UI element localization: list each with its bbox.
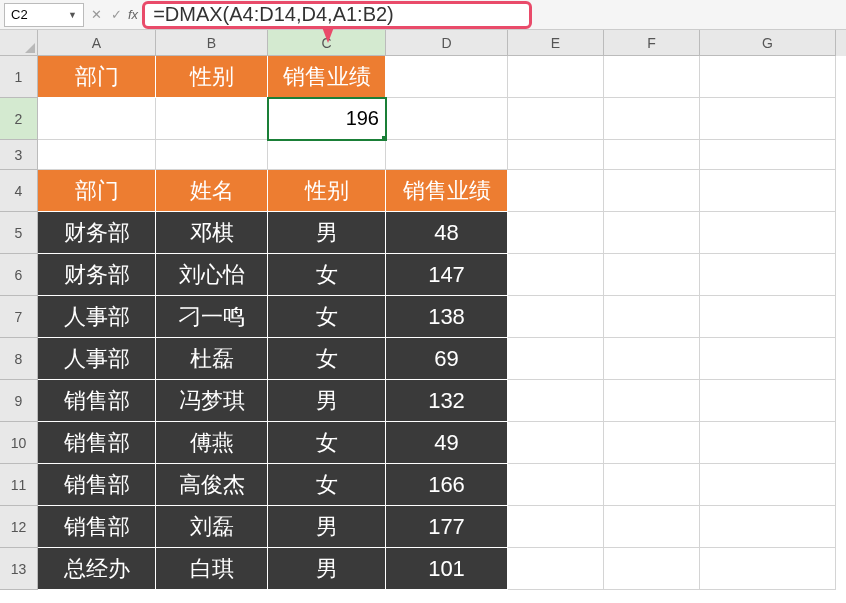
- cell-D2[interactable]: [386, 98, 508, 140]
- cell-A6[interactable]: 财务部: [38, 254, 156, 296]
- cell-D1[interactable]: [386, 56, 508, 98]
- accept-icon[interactable]: ✓: [108, 7, 124, 22]
- cell-F3[interactable]: [604, 140, 700, 170]
- cell-C9[interactable]: 男: [268, 380, 386, 422]
- cell-D6[interactable]: 147: [386, 254, 508, 296]
- row-header-1[interactable]: 1: [0, 56, 38, 98]
- cell-C8[interactable]: 女: [268, 338, 386, 380]
- cell-E1[interactable]: [508, 56, 604, 98]
- cell-C5[interactable]: 男: [268, 212, 386, 254]
- cell-B8[interactable]: 杜磊: [156, 338, 268, 380]
- cell-A9[interactable]: 销售部: [38, 380, 156, 422]
- cell-B6[interactable]: 刘心怡: [156, 254, 268, 296]
- cell-F2[interactable]: [604, 98, 700, 140]
- cell-F4[interactable]: [604, 170, 700, 212]
- cell-A12[interactable]: 销售部: [38, 506, 156, 548]
- cell-E5[interactable]: [508, 212, 604, 254]
- cell-B9[interactable]: 冯梦琪: [156, 380, 268, 422]
- cell-E11[interactable]: [508, 464, 604, 506]
- row-header-6[interactable]: 6: [0, 254, 38, 296]
- cell-C13[interactable]: 男: [268, 548, 386, 590]
- cell-G7[interactable]: [700, 296, 836, 338]
- cell-E8[interactable]: [508, 338, 604, 380]
- col-header-B[interactable]: B: [156, 30, 268, 56]
- row-header-12[interactable]: 12: [0, 506, 38, 548]
- cell-B11[interactable]: 高俊杰: [156, 464, 268, 506]
- cell-F1[interactable]: [604, 56, 700, 98]
- cell-A13[interactable]: 总经办: [38, 548, 156, 590]
- cell-B4[interactable]: 姓名: [156, 170, 268, 212]
- cell-E9[interactable]: [508, 380, 604, 422]
- cell-E4[interactable]: [508, 170, 604, 212]
- cell-D11[interactable]: 166: [386, 464, 508, 506]
- col-header-E[interactable]: E: [508, 30, 604, 56]
- cell-G11[interactable]: [700, 464, 836, 506]
- row-header-10[interactable]: 10: [0, 422, 38, 464]
- col-header-D[interactable]: D: [386, 30, 508, 56]
- row-header-8[interactable]: 8: [0, 338, 38, 380]
- cell-C6[interactable]: 女: [268, 254, 386, 296]
- cell-B1[interactable]: 性别: [156, 56, 268, 98]
- cell-E2[interactable]: [508, 98, 604, 140]
- name-box-dropdown-icon[interactable]: ▼: [68, 10, 77, 20]
- cell-G4[interactable]: [700, 170, 836, 212]
- cell-A10[interactable]: 销售部: [38, 422, 156, 464]
- cell-D3[interactable]: [386, 140, 508, 170]
- cell-C4[interactable]: 性别: [268, 170, 386, 212]
- cell-F9[interactable]: [604, 380, 700, 422]
- cell-D5[interactable]: 48: [386, 212, 508, 254]
- cell-C1[interactable]: 销售业绩: [268, 56, 386, 98]
- cell-G6[interactable]: [700, 254, 836, 296]
- cell-C2[interactable]: 196: [268, 98, 386, 140]
- spreadsheet-grid[interactable]: ABCDEFG 1部门性别销售业绩219634部门姓名性别销售业绩5财务部邓棋男…: [0, 30, 846, 590]
- cell-F5[interactable]: [604, 212, 700, 254]
- cell-D7[interactable]: 138: [386, 296, 508, 338]
- cancel-icon[interactable]: ✕: [88, 7, 104, 22]
- cell-A3[interactable]: [38, 140, 156, 170]
- cell-D10[interactable]: 49: [386, 422, 508, 464]
- row-header-3[interactable]: 3: [0, 140, 38, 170]
- row-header-13[interactable]: 13: [0, 548, 38, 590]
- cell-G10[interactable]: [700, 422, 836, 464]
- cell-F11[interactable]: [604, 464, 700, 506]
- cell-B12[interactable]: 刘磊: [156, 506, 268, 548]
- cell-A7[interactable]: 人事部: [38, 296, 156, 338]
- row-header-9[interactable]: 9: [0, 380, 38, 422]
- cell-A8[interactable]: 人事部: [38, 338, 156, 380]
- cell-E7[interactable]: [508, 296, 604, 338]
- cell-A11[interactable]: 销售部: [38, 464, 156, 506]
- row-header-7[interactable]: 7: [0, 296, 38, 338]
- cell-E12[interactable]: [508, 506, 604, 548]
- cell-B3[interactable]: [156, 140, 268, 170]
- cell-G3[interactable]: [700, 140, 836, 170]
- cell-F6[interactable]: [604, 254, 700, 296]
- cell-C7[interactable]: 女: [268, 296, 386, 338]
- cell-G1[interactable]: [700, 56, 836, 98]
- cell-A1[interactable]: 部门: [38, 56, 156, 98]
- cell-E6[interactable]: [508, 254, 604, 296]
- cell-F12[interactable]: [604, 506, 700, 548]
- row-header-5[interactable]: 5: [0, 212, 38, 254]
- cell-B7[interactable]: 刁一鸣: [156, 296, 268, 338]
- cell-G2[interactable]: [700, 98, 836, 140]
- cell-D9[interactable]: 132: [386, 380, 508, 422]
- cell-G5[interactable]: [700, 212, 836, 254]
- fx-icon[interactable]: fx: [128, 7, 138, 22]
- cell-B10[interactable]: 傅燕: [156, 422, 268, 464]
- select-all-corner[interactable]: [0, 30, 38, 56]
- cell-E10[interactable]: [508, 422, 604, 464]
- row-header-11[interactable]: 11: [0, 464, 38, 506]
- cell-A5[interactable]: 财务部: [38, 212, 156, 254]
- col-header-F[interactable]: F: [604, 30, 700, 56]
- cell-E13[interactable]: [508, 548, 604, 590]
- cell-D8[interactable]: 69: [386, 338, 508, 380]
- cell-G13[interactable]: [700, 548, 836, 590]
- col-header-A[interactable]: A: [38, 30, 156, 56]
- cell-E3[interactable]: [508, 140, 604, 170]
- cell-B5[interactable]: 邓棋: [156, 212, 268, 254]
- cell-G9[interactable]: [700, 380, 836, 422]
- cell-C12[interactable]: 男: [268, 506, 386, 548]
- cell-G8[interactable]: [700, 338, 836, 380]
- cell-F8[interactable]: [604, 338, 700, 380]
- cell-B13[interactable]: 白琪: [156, 548, 268, 590]
